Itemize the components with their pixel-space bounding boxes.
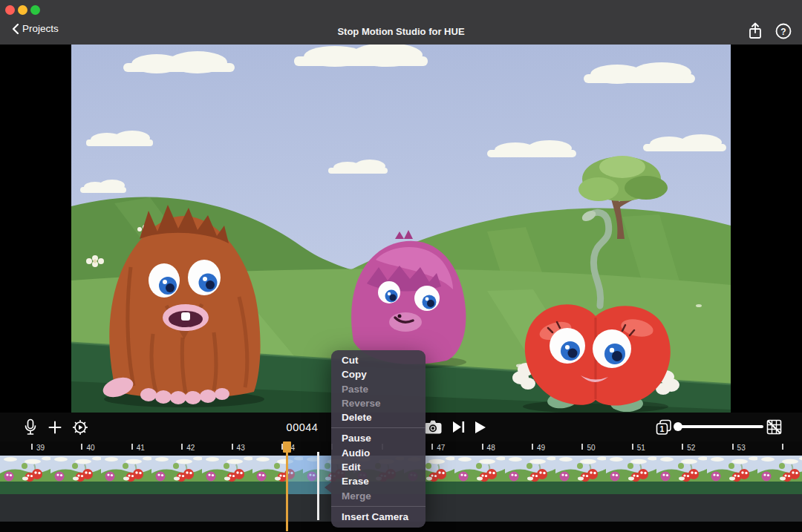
ruler-tick-label: 53 — [737, 444, 746, 452]
frame-thumbnail[interactable] — [656, 456, 708, 494]
menu-item-reverse: Reverse — [331, 396, 426, 410]
menu-item-insert-camera[interactable]: Insert Camera — [331, 510, 426, 524]
frame-thumbnail[interactable] — [757, 456, 802, 494]
ruler-tick — [682, 444, 683, 450]
ruler-tick-label: 39 — [36, 444, 45, 452]
ruler-tick — [31, 444, 33, 450]
share-button[interactable] — [746, 22, 765, 41]
zoom-window-button[interactable] — [30, 5, 40, 15]
frame-thumbnail[interactable] — [606, 456, 658, 494]
menu-item-paste: Paste — [331, 382, 426, 396]
close-window-button[interactable] — [5, 5, 15, 15]
ruler-tick-label: 48 — [487, 444, 495, 452]
ruler-tick — [181, 444, 183, 450]
ruler-tick-label: 49 — [537, 444, 545, 452]
playhead[interactable] — [286, 441, 288, 531]
add-icon — [48, 421, 62, 434]
ruler-tick-label: 42 — [186, 444, 195, 452]
ruler-tick — [81, 444, 82, 450]
ruler-tick-label: 41 — [137, 444, 145, 452]
grid-overlay-off-icon — [766, 419, 782, 435]
frame-thumbnail[interactable] — [151, 456, 203, 494]
skip-to-end-icon — [452, 421, 465, 433]
menu-item-delete[interactable]: Delete — [331, 410, 426, 424]
frame-thumbnail[interactable] — [0, 456, 52, 494]
frame-thumbnail[interactable] — [202, 456, 254, 494]
svg-text:1: 1 — [660, 424, 665, 433]
title-bar: Projects Stop Motion Studio for HUE ? — [0, 0, 802, 45]
menu-item-edit[interactable]: Edit — [331, 460, 426, 474]
play-button[interactable] — [471, 413, 490, 441]
menu-item-pause[interactable]: Pause — [331, 431, 426, 445]
onion-skin-slider-track[interactable] — [677, 425, 763, 428]
ruler-tick-label: 50 — [587, 444, 595, 452]
menu-separator — [331, 427, 426, 428]
menu-separator — [331, 506, 426, 507]
menu-item-copy[interactable]: Copy — [331, 367, 426, 381]
minimize-window-button[interactable] — [18, 5, 27, 15]
context-menu-pointer — [325, 482, 331, 493]
menu-item-merge: Merge — [331, 489, 426, 503]
menu-item-cut[interactable]: Cut — [331, 353, 426, 367]
ruler-tick — [632, 444, 633, 450]
ruler-tick — [782, 444, 783, 450]
onion-skin-slider-knob[interactable] — [674, 422, 682, 431]
capture-icon — [424, 420, 442, 434]
add-frame-button[interactable] — [45, 413, 65, 441]
help-button[interactable]: ? — [774, 22, 793, 41]
ruler-tick — [482, 444, 483, 450]
record-audio-button[interactable] — [21, 413, 40, 441]
ruler-tick — [431, 444, 433, 450]
ruler-tick — [581, 444, 583, 450]
playback-settings-button[interactable] — [71, 413, 90, 441]
svg-text:?: ? — [780, 27, 786, 37]
ruler-tick-label: 47 — [437, 444, 445, 452]
capture-frame-button[interactable] — [423, 413, 443, 441]
ruler-tick-label: 43 — [237, 444, 245, 452]
app-window: Projects Stop Motion Studio for HUE ? — [0, 0, 802, 532]
onion-skin-button[interactable]: 1 — [653, 413, 674, 441]
ruler-tick — [532, 444, 533, 450]
frame-thumbnail[interactable] — [454, 456, 506, 494]
playback-settings-icon — [72, 419, 88, 436]
frame-thumbnail[interactable] — [505, 456, 557, 494]
ruler-tick-label: 52 — [687, 444, 695, 452]
insert-position-line — [317, 452, 319, 520]
ruler-tick — [131, 444, 133, 450]
playhead-handle[interactable] — [283, 441, 291, 453]
skip-to-end-button[interactable] — [449, 413, 468, 441]
ruler-tick — [232, 444, 233, 450]
share-icon — [748, 22, 763, 40]
frame-counter: 00044 — [276, 413, 328, 441]
help-icon: ? — [775, 22, 792, 40]
ruler-tick — [732, 444, 734, 450]
ruler-tick-label: 51 — [637, 444, 645, 452]
grid-overlay-button[interactable] — [763, 413, 784, 441]
menu-item-erase[interactable]: Erase — [331, 474, 426, 488]
frame-thumbnail[interactable] — [101, 456, 153, 494]
microphone-icon — [25, 418, 36, 436]
menu-item-audio[interactable]: Audio — [331, 446, 426, 460]
context-menu: CutCopyPasteReverseDeletePauseAudioEditE… — [331, 350, 426, 528]
frame-thumbnail[interactable] — [707, 456, 759, 494]
onion-skin-icon: 1 — [656, 419, 672, 436]
ruler-tick-label: 40 — [86, 444, 94, 452]
frame-thumbnail[interactable] — [555, 456, 607, 494]
frame-thumbnail[interactable] — [50, 456, 102, 494]
window-title: Stop Motion Studio for HUE — [0, 26, 802, 37]
play-icon — [475, 421, 486, 434]
